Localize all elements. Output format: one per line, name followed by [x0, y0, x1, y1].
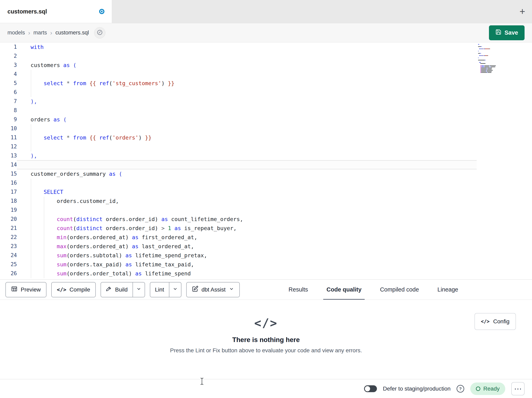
minimap[interactable]	[477, 43, 509, 78]
code-text: with	[17, 42, 44, 52]
tab-code-quality[interactable]: Code quality	[324, 280, 363, 300]
line-number: 8	[0, 106, 17, 115]
code-line-19[interactable]: 19	[0, 206, 532, 215]
line-number: 20	[0, 215, 17, 224]
code-line-13[interactable]: 13),	[0, 151, 532, 160]
code-text	[17, 106, 31, 115]
line-number: 14	[0, 160, 17, 169]
code-line-12[interactable]: 12	[0, 142, 532, 151]
line-number: 7	[0, 97, 17, 106]
defer-toggle[interactable]	[364, 385, 377, 392]
code-editor[interactable]: 1with23customers as (45 select * from {{…	[0, 42, 532, 280]
code-line-24[interactable]: 24 sum(orders.subtotal) as lifetime_spen…	[0, 251, 532, 260]
code-line-1[interactable]: 1with	[0, 42, 532, 52]
chevron-down-icon	[173, 286, 178, 293]
code-line-20[interactable]: 20 count(distinct orders.order_id) as co…	[0, 215, 532, 224]
copilot-button[interactable]	[94, 27, 105, 39]
edit-sparkle-icon	[192, 286, 198, 294]
code-text: ),	[17, 97, 37, 106]
line-number: 4	[0, 70, 17, 79]
code-icon: </>	[57, 287, 66, 293]
code-line-18[interactable]: 18 orders.customer_id,	[0, 196, 532, 206]
line-number: 9	[0, 115, 17, 124]
code-text: count(distinct orders.order_id) as count…	[17, 215, 243, 224]
save-button[interactable]: Save	[489, 25, 525, 40]
code-line-3[interactable]: 3customers as (	[0, 61, 532, 70]
breadcrumb-item-customers-sql[interactable]: customers.sql	[56, 30, 89, 36]
hammer-icon	[106, 286, 112, 293]
help-icon[interactable]: ?	[456, 385, 464, 392]
breadcrumb-bar: models › marts › customers.sql Save	[0, 23, 532, 42]
code-line-21[interactable]: 21 count(distinct orders.order_id) > 1 a…	[0, 224, 532, 233]
line-number: 19	[0, 206, 17, 215]
empty-state-title: There is nothing here	[170, 336, 362, 344]
code-line-4[interactable]: 4	[0, 70, 532, 79]
code-line-22[interactable]: 22 min(orders.ordered_at) as first_order…	[0, 233, 532, 242]
code-text: customer_orders_summary as (	[17, 169, 122, 178]
code-line-6[interactable]: 6	[0, 88, 532, 97]
line-number: 25	[0, 260, 17, 269]
status-badge[interactable]: Ready	[470, 383, 505, 395]
build-button[interactable]: Build	[101, 282, 132, 297]
code-line-2[interactable]: 2	[0, 52, 532, 61]
preview-button-label: Preview	[21, 287, 41, 293]
config-button[interactable]: </> Config	[475, 313, 516, 330]
code-text: select * from {{ ref('stg_customers') }}	[17, 79, 174, 88]
code-text	[17, 142, 31, 151]
compile-button[interactable]: </> Compile	[51, 282, 96, 297]
build-split-button: Build	[101, 282, 145, 297]
line-number: 12	[0, 142, 17, 151]
tab-customers-sql[interactable]: customers.sql	[0, 0, 112, 23]
code-text: SELECT	[17, 187, 63, 196]
table-icon	[11, 286, 18, 294]
status-dot-icon	[476, 386, 480, 391]
preview-button[interactable]: Preview	[6, 282, 46, 297]
save-button-label: Save	[504, 29, 518, 36]
code-text	[17, 178, 31, 187]
line-number: 5	[0, 79, 17, 88]
lint-split-button: Lint	[150, 282, 181, 297]
code-text	[17, 160, 477, 169]
code-text: sum(orders.order_total) as lifetime_spen…	[17, 269, 191, 278]
bottom-toolbar: Preview </> Compile Build Lint	[0, 280, 532, 300]
code-line-7[interactable]: 7),	[0, 97, 532, 106]
code-line-17[interactable]: 17 SELECT	[0, 187, 532, 196]
code-line-10[interactable]: 10	[0, 124, 532, 133]
chevron-down-icon	[136, 286, 141, 293]
line-number: 23	[0, 242, 17, 251]
line-number: 21	[0, 224, 17, 233]
code-line-16[interactable]: 16	[0, 178, 532, 187]
code-line-11[interactable]: 11 select * from {{ ref('orders') }}	[0, 133, 532, 142]
indent-guide	[31, 179, 31, 278]
breadcrumb-item-models[interactable]: models	[7, 30, 25, 36]
tab-results[interactable]: Results	[287, 280, 310, 300]
code-line-25[interactable]: 25 sum(orders.tax_paid) as lifetime_tax_…	[0, 260, 532, 269]
copilot-icon	[97, 29, 103, 36]
line-number: 2	[0, 52, 17, 61]
code-line-9[interactable]: 9orders as (	[0, 115, 532, 124]
more-options-button[interactable]: ⋯	[511, 382, 525, 395]
breadcrumb-item-marts[interactable]: marts	[33, 30, 47, 36]
tab-lineage[interactable]: Lineage	[436, 280, 460, 300]
code-line-5[interactable]: 5 select * from {{ ref('stg_customers') …	[0, 79, 532, 88]
code-line-15[interactable]: 15customer_orders_summary as (	[0, 169, 532, 178]
code-quality-panel: </> There is nothing here Press the Lint…	[0, 300, 532, 379]
code-line-23[interactable]: 23 max(orders.ordered_at) as last_ordere…	[0, 242, 532, 251]
code-text: max(orders.ordered_at) as last_ordered_a…	[17, 242, 194, 251]
build-button-label: Build	[115, 287, 127, 293]
code-text: sum(orders.subtotal) as lifetime_spend_p…	[17, 251, 207, 260]
code-text: ),	[17, 151, 37, 160]
lint-dropdown-button[interactable]	[169, 282, 181, 297]
code-line-26[interactable]: 26 sum(orders.order_total) as lifetime_s…	[0, 269, 532, 278]
config-button-label: Config	[493, 318, 509, 325]
new-tab-button[interactable]: +	[519, 7, 525, 16]
build-dropdown-button[interactable]	[133, 282, 145, 297]
code-line-8[interactable]: 8	[0, 106, 532, 115]
code-text	[17, 70, 31, 79]
code-text	[17, 88, 31, 97]
lint-button[interactable]: Lint	[150, 282, 169, 297]
tab-compiled-code[interactable]: Compiled code	[378, 280, 421, 300]
line-number: 26	[0, 269, 17, 278]
code-line-14[interactable]: 14	[0, 160, 532, 169]
dbt-assist-button[interactable]: dbt Assist	[186, 282, 240, 297]
